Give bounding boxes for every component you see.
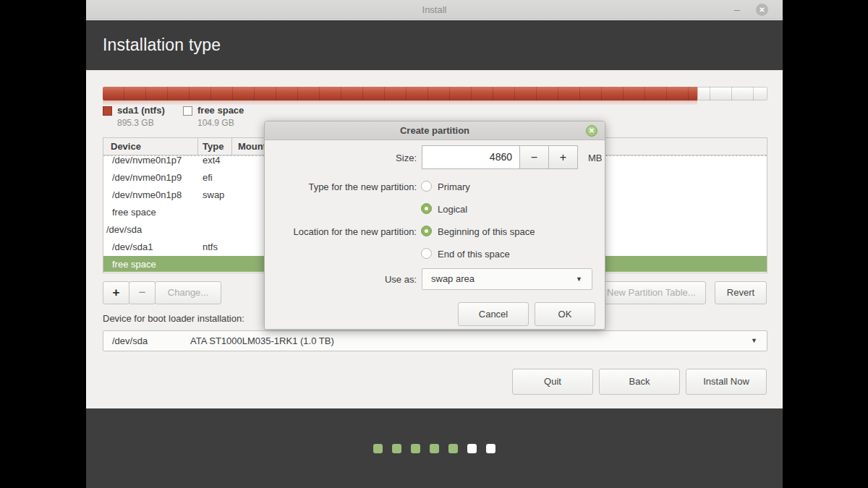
partition-bar-reflection: [103, 100, 697, 106]
chevron-down-icon: ▼: [576, 269, 582, 289]
progress-dot: [486, 444, 495, 453]
size-label: Size:: [265, 153, 417, 163]
use-as-select[interactable]: swap area ▼: [422, 268, 592, 290]
cell-device: /dev/nvme0n1p7: [103, 155, 198, 169]
size-decrement-button[interactable]: −: [519, 145, 549, 169]
window-title: Install: [86, 0, 783, 20]
bootloader-device: /dev/sda: [112, 331, 148, 351]
radio-logical-label[interactable]: Logical: [438, 204, 467, 215]
cell-device: free space: [103, 256, 198, 272]
column-header-type[interactable]: Type: [198, 138, 232, 155]
cell-type: [198, 204, 232, 221]
use-as-label: Use as:: [265, 274, 417, 285]
radio-end[interactable]: [421, 248, 432, 259]
install-now-button[interactable]: Install Now: [686, 369, 767, 395]
cell-device: /dev/nvme0n1p8: [103, 187, 198, 204]
back-button[interactable]: Back: [599, 369, 680, 395]
ok-button[interactable]: OK: [535, 302, 595, 326]
legend-size: 104.9 GB: [197, 118, 234, 128]
remove-partition-button[interactable]: −: [129, 281, 156, 304]
progress-dot: [373, 444, 383, 453]
cell-device: /dev/sda1: [103, 239, 198, 256]
revert-button[interactable]: Revert: [715, 281, 767, 304]
progress-dot: [392, 444, 401, 453]
cell-type: [198, 221, 232, 239]
cell-type: ntfs: [198, 239, 232, 256]
partition-usage-bar: [103, 87, 767, 100]
wizard-footer: [86, 408, 783, 488]
progress-dot: [430, 444, 439, 453]
create-partition-dialog: Create partition ✕ Size: 4860 − + MB Typ…: [264, 121, 605, 330]
type-label: Type for the new partition:: [265, 181, 417, 192]
radio-primary[interactable]: [421, 181, 432, 192]
radio-primary-label[interactable]: Primary: [438, 181, 470, 192]
partition-bar-ticks: [103, 87, 767, 100]
cell-type: efi: [198, 169, 232, 187]
column-header-device[interactable]: Device: [103, 138, 198, 155]
legend-swatch-used: [103, 106, 112, 116]
cell-device: /dev/nvme0n1p9: [103, 169, 198, 187]
cell-device: free space: [103, 204, 198, 221]
size-increment-button[interactable]: +: [548, 145, 578, 169]
location-label: Location for the new partition:: [265, 226, 417, 237]
chevron-down-icon: ▼: [751, 331, 757, 351]
use-as-value: swap area: [431, 269, 475, 289]
progress-dot: [448, 444, 458, 453]
radio-logical[interactable]: [421, 203, 432, 214]
add-partition-button[interactable]: +: [103, 281, 129, 304]
radio-end-label[interactable]: End of this space: [438, 249, 510, 260]
cell-type: swap: [198, 187, 232, 204]
close-icon[interactable]: ✕: [756, 4, 768, 16]
legend-label: sda1 (ntfs): [117, 105, 165, 116]
minimize-icon[interactable]: –: [731, 1, 743, 18]
change-button[interactable]: Change...: [155, 281, 221, 304]
dialog-title: Create partition: [265, 121, 605, 140]
size-unit-label: MB: [588, 153, 603, 163]
legend-size: 895.3 GB: [117, 118, 154, 128]
radio-beginning-label[interactable]: Beginning of this space: [438, 226, 535, 237]
page-title: Installation type: [103, 35, 221, 55]
bootloader-label: Device for boot loader installation:: [103, 313, 244, 324]
size-input[interactable]: 4860: [422, 145, 520, 169]
progress-dots: [373, 444, 495, 453]
quit-button[interactable]: Quit: [512, 369, 593, 395]
bootloader-model: ATA ST1000LM035-1RK1 (1.0 TB): [190, 331, 334, 351]
legend-label: free space: [197, 105, 244, 116]
legend-checkbox-free[interactable]: [183, 106, 192, 116]
bootloader-device-select[interactable]: /dev/sda ATA ST1000LM035-1RK1 (1.0 TB) ▼: [103, 330, 767, 351]
progress-dot: [467, 444, 477, 453]
cell-type: [198, 256, 232, 272]
dialog-close-icon[interactable]: ✕: [586, 125, 597, 137]
window-titlebar[interactable]: Install – ✕: [86, 0, 783, 20]
dialog-titlebar[interactable]: Create partition ✕: [265, 121, 605, 140]
cancel-button[interactable]: Cancel: [458, 302, 529, 326]
cell-device: /dev/sda: [103, 221, 198, 239]
cell-type: ext4: [198, 155, 232, 169]
radio-beginning[interactable]: [421, 226, 432, 236]
progress-dot: [411, 444, 420, 453]
page-header: Installation type: [86, 20, 783, 70]
